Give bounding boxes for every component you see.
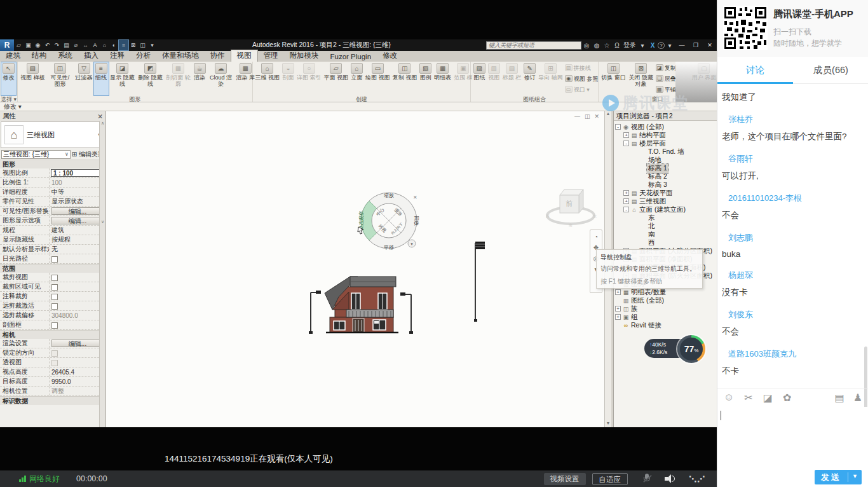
ribbon-button[interactable]: ◪显示 隐藏线 <box>109 62 137 95</box>
close-hidden-windows-icon[interactable]: ⊠ <box>128 40 138 50</box>
tree-item[interactable]: 图纸 (全部) <box>615 296 717 305</box>
tree-expander[interactable]: + <box>623 198 629 204</box>
emoji-icon[interactable]: ☺ <box>724 392 734 404</box>
ribbon-tab[interactable]: 协作 <box>205 50 231 62</box>
ribbon-button[interactable]: ◉视图 参照 <box>564 73 600 84</box>
measure-icon[interactable]: ⌀ <box>71 40 81 50</box>
ribbon-button[interactable]: ○详图 索引 <box>295 62 323 95</box>
tree-item[interactable]: + 三维视图 <box>615 197 717 205</box>
ribbon-button[interactable]: ▥视图 <box>487 62 501 95</box>
ribbon-button[interactable]: ⊞导向 轴网 <box>537 62 564 95</box>
ribbon-group-label[interactable]: 图形 <box>18 95 252 102</box>
ribbon-button[interactable]: ⌂三维 视图 <box>254 62 281 95</box>
minimize-icon[interactable]: — <box>574 113 580 120</box>
property-row[interactable]: 远剪裁偏移304800.0 <box>0 311 105 320</box>
property-row[interactable]: 图形显示选项编辑... <box>0 216 105 226</box>
modify-context-label[interactable]: 修改 ▾ <box>4 102 22 111</box>
restore-button[interactable]: ❐ <box>689 42 703 48</box>
help-search-input[interactable] <box>486 41 581 50</box>
wheel-rewind-label[interactable]: 回放 <box>414 216 419 226</box>
tree-item[interactable]: - 视图 (全部) <box>615 123 717 131</box>
ribbon-tab[interactable]: 插入 <box>78 50 104 62</box>
property-row[interactable]: 视图比例1 : 100 <box>0 168 105 178</box>
send-button[interactable]: 发送 ▼ <box>815 470 862 484</box>
ribbon-tab[interactable]: 注释 <box>104 50 130 62</box>
tree-expander[interactable]: - <box>623 141 629 146</box>
chat-input[interactable] <box>717 407 868 469</box>
ribbon-button[interactable]: ◫可见性/ 图形 <box>46 62 74 95</box>
flag-pole[interactable] <box>468 238 487 327</box>
instance-selector[interactable]: 三维视图: {三维}∨ <box>1 150 71 159</box>
sign-in-icon[interactable]: Ω <box>612 42 622 49</box>
tree-item[interactable]: 西 <box>615 238 717 247</box>
restore-icon[interactable]: ◫ <box>585 113 590 120</box>
member-card-icon[interactable]: ▤ <box>835 392 844 404</box>
ribbon-tab[interactable]: 附加模块 <box>284 50 325 62</box>
tree-expander[interactable]: + <box>615 289 621 295</box>
property-row[interactable]: 注释裁剪 <box>0 292 105 301</box>
ribbon-group-label[interactable]: 选择 ▾ <box>0 95 17 102</box>
revit-app-button[interactable]: R <box>0 39 14 51</box>
ribbon-button[interactable]: ▽过滤器 <box>74 62 94 95</box>
steering-wheel[interactable]: 缩放 平移 回放 动态观察 中心 漫游 环视 向上/向下 ✕ ▾ <box>357 189 421 252</box>
viewcube-south-label[interactable]: 南 <box>569 223 573 227</box>
image-icon[interactable]: ◪ <box>763 392 773 404</box>
property-row[interactable]: 裁剪区域可见 <box>0 282 105 292</box>
member-icon[interactable]: ♟ <box>853 392 862 404</box>
close-icon[interactable]: ✕ <box>594 113 599 120</box>
property-row[interactable]: 规程建筑 <box>0 226 105 235</box>
chat-username[interactable]: 张桂乔 <box>728 114 865 125</box>
ribbon-button[interactable]: ◩删除 隐藏线 <box>137 62 165 95</box>
tree-item[interactable]: Revit 链接 <box>615 321 717 329</box>
steering-wheel-icon[interactable]: ◔ <box>594 233 598 240</box>
send-options-icon[interactable]: ▼ <box>848 470 862 484</box>
switch-windows-icon[interactable]: ◫ <box>138 40 147 50</box>
property-row[interactable]: 远剪裁激活 <box>0 301 105 311</box>
properties-scrollbar[interactable]: ∧∨ <box>99 121 105 427</box>
property-row[interactable]: 剖面框 <box>0 320 105 330</box>
tree-item[interactable]: + 结构平面 <box>615 131 717 139</box>
minimize-button[interactable]: — <box>675 42 689 48</box>
tree-item[interactable]: 北 <box>615 222 717 230</box>
tab-members[interactable]: 成员(66) <box>793 57 868 83</box>
tree-item[interactable]: + 族 <box>615 305 717 313</box>
property-row[interactable]: 默认分析显示样式无 <box>0 245 105 254</box>
help-dropdown-icon[interactable]: ▾ <box>665 42 675 49</box>
exchange-apps-icon[interactable]: X <box>648 42 658 49</box>
mic-muted-icon[interactable] <box>643 474 651 484</box>
drawing-canvas[interactable]: —◫✕ 缩放 平移 回放 动态观察 中心 漫游 环视 向上/向下 ✕ <box>106 111 604 427</box>
ribbon-button[interactable]: ▱平面 视图 <box>323 62 350 95</box>
type-selector[interactable]: ⌂ 三维视图 ▾ <box>1 121 105 148</box>
ribbon-tab[interactable]: Fuzor Plugin <box>325 52 377 62</box>
ribbon-button[interactable]: ⊠关闭 隐藏对象 <box>627 62 655 95</box>
ribbon-tab[interactable]: 体量和场地 <box>156 50 205 62</box>
thin-lines-icon[interactable]: ≡ <box>119 40 128 50</box>
tree-item[interactable]: 标高 2 <box>615 172 717 181</box>
property-row[interactable]: 渲染设置编辑... <box>0 339 105 348</box>
cpu-gauge[interactable]: 77% <box>677 335 705 363</box>
ribbon-button[interactable]: ◒剖面 <box>281 62 295 95</box>
flower-icon[interactable]: ✿ <box>783 392 791 404</box>
viewcube-front-face[interactable]: 前 <box>566 200 573 207</box>
ribbon-tab[interactable]: 系统 <box>52 50 78 62</box>
tab-discussion[interactable]: 讨论 <box>717 57 793 83</box>
tree-expander[interactable]: - <box>615 124 621 130</box>
property-row[interactable]: 视点高度26405.4 <box>0 367 105 377</box>
section-icon[interactable]: ◐ <box>109 40 119 50</box>
section-header-extents[interactable]: 范围 <box>3 264 15 273</box>
viewcube-east-label[interactable]: 东 <box>593 214 597 218</box>
signin-dropdown-icon[interactable]: ▾ <box>637 42 648 49</box>
ribbon-button[interactable]: ▨图纸 <box>472 62 487 95</box>
tree-item[interactable]: + 天花板平面 <box>615 189 717 197</box>
tree-item[interactable]: - 立面 (建筑立面) <box>615 205 717 214</box>
ribbon-button[interactable]: ▤标题 栏 <box>501 62 523 95</box>
ribbon-button[interactable]: ▧图例 <box>418 62 433 95</box>
save-icon[interactable]: ▣ <box>24 40 33 50</box>
ribbon-button[interactable]: ▤视图 样板 <box>19 62 46 95</box>
default-3d-view-icon[interactable]: ⌂ <box>100 40 109 50</box>
qat-dropdown-icon[interactable]: ▾ <box>147 40 157 50</box>
property-row[interactable]: 日光路径 <box>0 254 105 264</box>
close-button[interactable]: ✕ <box>703 42 717 48</box>
ribbon-button[interactable]: ▭绘图 视图 <box>364 62 391 95</box>
ribbon-tab[interactable]: 视图 <box>231 50 258 62</box>
